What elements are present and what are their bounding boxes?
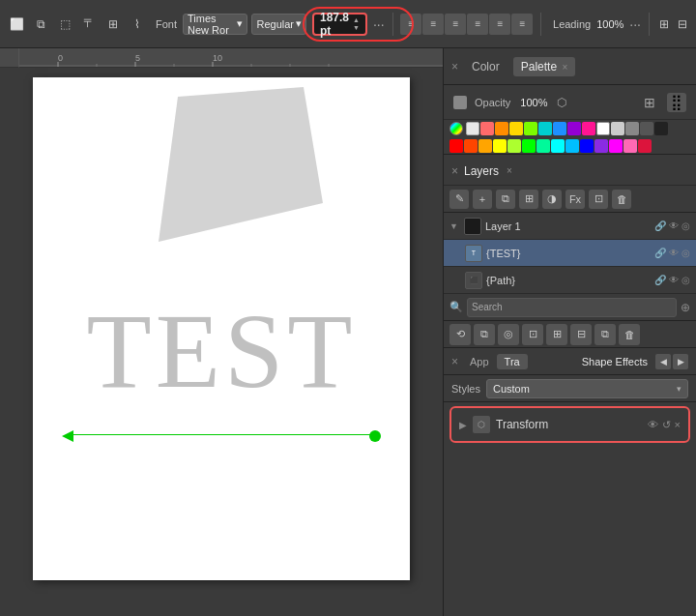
layers-fx-button[interactable]: Fx: [566, 190, 585, 209]
search-input[interactable]: Search: [467, 298, 677, 317]
transform-delete-icon[interactable]: ×: [675, 419, 681, 430]
toolbar-icon-4[interactable]: 〒: [78, 14, 100, 35]
toolbar-icon-2[interactable]: ⧉: [30, 14, 51, 35]
layer-row-test[interactable]: T {TEST} 🔗 👁 ◎: [444, 240, 696, 267]
align-bottom-button[interactable]: ≡: [511, 14, 533, 35]
action-btn-4[interactable]: ⊡: [522, 324, 543, 345]
shape-effects-prev[interactable]: ◀: [655, 354, 671, 369]
toolbar-right-icon-1[interactable]: ⊞: [657, 14, 672, 35]
action-btn-2[interactable]: ⧉: [474, 324, 495, 345]
toolbar-icon-1[interactable]: ⬜: [6, 14, 27, 35]
tab-color[interactable]: Color: [464, 57, 508, 76]
layers-edit-button[interactable]: ✎: [450, 190, 469, 209]
swatch2-7[interactable]: [551, 139, 565, 153]
layer-row-layer1[interactable]: ▼ Layer 1 🔗 👁 ◎: [444, 213, 696, 240]
stepper-down[interactable]: ▼: [353, 24, 360, 31]
shape-effects-next[interactable]: ▶: [673, 354, 688, 369]
layer-target-icon[interactable]: ◎: [682, 220, 690, 231]
swatch-0[interactable]: [480, 122, 494, 135]
layer-lock-icon[interactable]: 🔗: [654, 220, 666, 231]
layer-test-target[interactable]: ◎: [682, 248, 690, 258]
transform-row[interactable]: ▶ ⬡ Transform 👁 ↺ ×: [450, 406, 690, 443]
swatch-9[interactable]: [611, 122, 624, 135]
layer-row-path[interactable]: ⬛ {Path} 🔗 👁 ◎: [444, 267, 696, 294]
layers-close-icon[interactable]: ×: [451, 164, 458, 178]
swatch-8[interactable]: [596, 122, 610, 135]
shape-effects-close[interactable]: ×: [451, 355, 458, 368]
swatch-1[interactable]: [495, 122, 508, 135]
swatch2-12[interactable]: [624, 139, 637, 153]
toolbar-right-icon-2[interactable]: ⊟: [676, 14, 690, 35]
font-size-stepper[interactable]: ▲ ▼: [353, 16, 360, 31]
swatch2-13[interactable]: [638, 139, 652, 153]
layer-path-lock[interactable]: 🔗: [654, 275, 666, 285]
action-btn-3[interactable]: ◎: [498, 324, 519, 345]
transform-reset-icon[interactable]: ↺: [662, 419, 671, 431]
action-btn-1[interactable]: ⟲: [450, 324, 471, 345]
tab-palette[interactable]: Palette ×: [513, 57, 576, 76]
action-btn-8[interactable]: 🗑: [619, 324, 640, 345]
swatch2-3[interactable]: [493, 139, 507, 153]
font-size-box[interactable]: 187.8 pt ▲ ▼: [312, 13, 367, 36]
stepper-up[interactable]: ▲: [353, 16, 360, 23]
page-canvas[interactable]: TEST: [33, 77, 410, 580]
swatch2-9[interactable]: [580, 139, 594, 153]
apps-button[interactable]: ⣿: [667, 93, 686, 112]
swatch2-4[interactable]: [508, 139, 521, 153]
layers-add-button[interactable]: +: [473, 190, 492, 209]
layers-duplicate-button[interactable]: ⧉: [496, 190, 515, 209]
tab-tra[interactable]: Tra: [497, 354, 528, 369]
transform-eye-icon[interactable]: 👁: [648, 419, 658, 430]
format-more-button[interactable]: ···: [373, 16, 385, 32]
layers-panel-close[interactable]: ×: [507, 165, 512, 176]
font-family-selector[interactable]: Times New Ror ▾: [183, 14, 247, 35]
swatch-11[interactable]: [640, 122, 653, 135]
layer-test-lock[interactable]: 🔗: [654, 248, 666, 258]
swatch-5[interactable]: [553, 122, 566, 135]
swatch2-0[interactable]: [450, 139, 463, 153]
align-right-button[interactable]: ≡: [445, 14, 466, 35]
swatch-4[interactable]: [538, 122, 552, 135]
layer-path-target[interactable]: ◎: [682, 275, 690, 285]
canvas-container[interactable]: TEST: [0, 68, 443, 616]
layers-mask-button[interactable]: ◑: [542, 190, 562, 209]
swatch2-6[interactable]: [536, 139, 550, 153]
styles-dropdown[interactable]: Custom ▾: [486, 379, 688, 398]
path-start-marker[interactable]: [62, 430, 73, 442]
swatch-6[interactable]: [567, 122, 581, 135]
opacity-stepper[interactable]: ⬡: [557, 96, 566, 109]
swatch2-11[interactable]: [609, 139, 623, 153]
swatch2-2[interactable]: [478, 139, 492, 153]
swatch-3[interactable]: [524, 122, 537, 135]
layer-path-eye[interactable]: 👁: [669, 275, 679, 285]
search-zoom-icon[interactable]: ⊕: [681, 301, 690, 314]
swatch-white[interactable]: [466, 122, 479, 135]
leading-more-button[interactable]: ···: [629, 16, 641, 32]
action-btn-5[interactable]: ⊞: [546, 324, 567, 345]
swatch-10[interactable]: [625, 122, 639, 135]
layers-group-button[interactable]: ⊞: [519, 190, 538, 209]
swatch2-8[interactable]: [566, 139, 579, 153]
layers-delete-button[interactable]: 🗑: [612, 190, 631, 209]
align-justify-button[interactable]: ≡: [467, 14, 488, 35]
palette-tab-close[interactable]: ×: [562, 62, 567, 73]
toolbar-icon-6[interactable]: ⌇: [127, 14, 148, 35]
rainbow-swatch[interactable]: [450, 122, 463, 135]
tab-app[interactable]: App: [462, 354, 497, 369]
swatch2-5[interactable]: [522, 139, 536, 153]
align-left-button[interactable]: ≡: [400, 14, 421, 35]
font-style-selector[interactable]: Regular ▾: [251, 14, 306, 35]
align-top-button[interactable]: ≡: [489, 14, 510, 35]
action-btn-6[interactable]: ⊟: [570, 324, 592, 345]
swatch2-1[interactable]: [464, 139, 478, 153]
path-end-marker[interactable]: [369, 430, 381, 442]
align-center-button[interactable]: ≡: [422, 14, 444, 35]
layer-test-eye[interactable]: 👁: [669, 248, 679, 258]
action-btn-7[interactable]: ⧉: [594, 324, 616, 345]
layers-copy-button[interactable]: ⊡: [589, 190, 608, 209]
panel-close-icon[interactable]: ×: [451, 60, 458, 73]
swatch-2[interactable]: [509, 122, 523, 135]
toolbar-icon-3[interactable]: ⬚: [54, 14, 75, 35]
swatch2-10[interactable]: [594, 139, 608, 153]
swatch-12[interactable]: [654, 122, 668, 135]
